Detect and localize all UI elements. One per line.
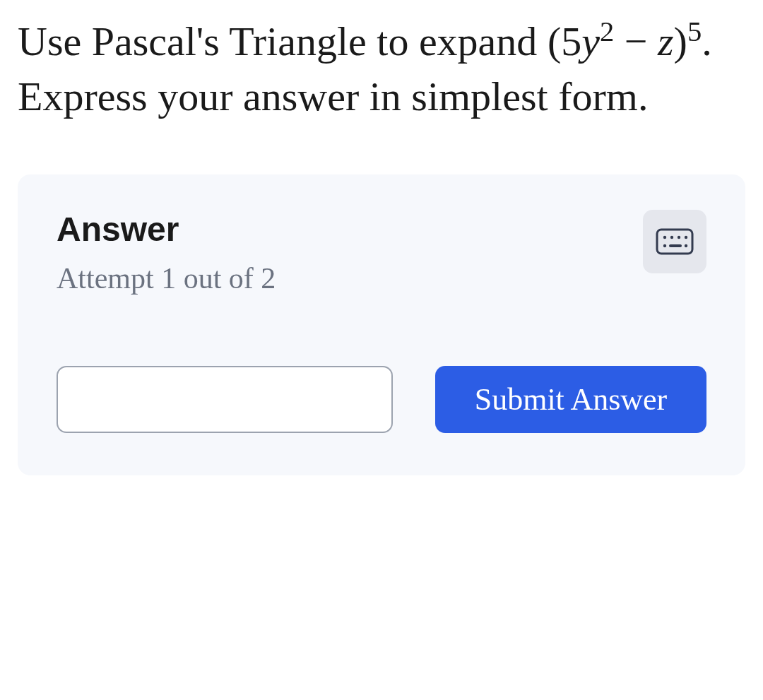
- input-row: Submit Answer: [57, 366, 706, 433]
- svg-point-3: [678, 235, 680, 238]
- answer-header-text: Answer Attempt 1 out of 2: [57, 210, 276, 295]
- svg-point-2: [670, 235, 673, 238]
- answer-input[interactable]: [57, 366, 393, 433]
- svg-point-6: [685, 244, 687, 247]
- keyboard-button[interactable]: [643, 210, 706, 273]
- attempt-counter: Attempt 1 out of 2: [57, 261, 276, 295]
- answer-title: Answer: [57, 210, 276, 249]
- answer-panel: Answer Attempt 1 out of 2 Submit Answer: [18, 174, 745, 475]
- submit-button[interactable]: Submit Answer: [435, 366, 706, 433]
- math-expression: (5y2 − z)5: [548, 18, 702, 64]
- svg-point-5: [663, 244, 666, 247]
- question-prefix: Use Pascal's Triangle to expand: [18, 18, 548, 64]
- svg-point-4: [685, 235, 687, 238]
- keyboard-icon: [656, 228, 694, 255]
- question-text: Use Pascal's Triangle to expand (5y2 − z…: [18, 14, 745, 125]
- svg-rect-0: [657, 230, 692, 254]
- answer-header: Answer Attempt 1 out of 2: [57, 210, 706, 295]
- svg-point-1: [663, 235, 666, 238]
